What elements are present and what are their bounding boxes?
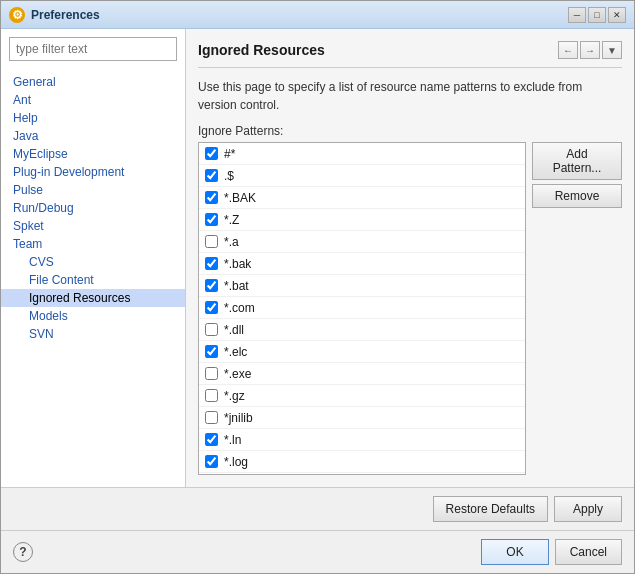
description-text: Use this page to specify a list of resou… [198,78,622,114]
pattern-text: *jnilib [224,411,253,425]
pattern-checkbox[interactable] [205,147,218,160]
cancel-button[interactable]: Cancel [555,539,622,565]
back-button[interactable]: ← [558,41,578,59]
pattern-checkbox[interactable] [205,301,218,314]
pattern-text: *.bak [224,257,251,271]
list-item: *.BAK [199,187,525,209]
section-header: Ignored Resources ← → ▼ [198,41,622,59]
nav-item-spket[interactable]: Spket [1,217,185,235]
nav-item-plug-in-development[interactable]: Plug-in Development [1,163,185,181]
list-item: *.a [199,231,525,253]
pattern-checkbox[interactable] [205,235,218,248]
patterns-list-container: #*.$*.BAK*.Z*.a*.bak*.bat*.com*.dll*.elc… [198,142,526,475]
nav-item-svn[interactable]: SVN [1,325,185,343]
pattern-checkbox[interactable] [205,367,218,380]
list-item: .$ [199,165,525,187]
window-title: Preferences [31,8,568,22]
pattern-checkbox[interactable] [205,411,218,424]
list-item: *.bak [199,253,525,275]
remove-button[interactable]: Remove [532,184,622,208]
pattern-checkbox[interactable] [205,191,218,204]
preferences-window: ⚙ Preferences ─ □ ✕ GeneralAntHelpJavaMy… [0,0,635,574]
pattern-checkbox[interactable] [205,257,218,270]
patterns-label: Ignore Patterns: [198,124,622,138]
pattern-text: *.Z [224,213,239,227]
restore-defaults-button[interactable]: Restore Defaults [433,496,548,522]
list-item: *.exe [199,363,525,385]
pattern-checkbox[interactable] [205,433,218,446]
pattern-text: *.elc [224,345,247,359]
section-toolbar: ← → ▼ [558,41,622,59]
pattern-checkbox[interactable] [205,169,218,182]
footer: ? OK Cancel [1,530,634,573]
list-item: #* [199,143,525,165]
content-area: GeneralAntHelpJavaMyEclipsePlug-in Devel… [1,29,634,487]
list-item: *.ln [199,429,525,451]
list-item: *.Z [199,209,525,231]
section-title: Ignored Resources [198,42,325,58]
pattern-text: *.log [224,455,248,469]
nav-item-help[interactable]: Help [1,109,185,127]
pattern-checkbox[interactable] [205,279,218,292]
list-item: *.elc [199,341,525,363]
nav-item-team[interactable]: Team [1,235,185,253]
patterns-list: #*.$*.BAK*.Z*.a*.bak*.bat*.com*.dll*.elc… [199,143,525,473]
nav-item-ignored-resources[interactable]: Ignored Resources [1,289,185,307]
forward-button[interactable]: → [580,41,600,59]
pattern-checkbox[interactable] [205,455,218,468]
nav-item-java[interactable]: Java [1,127,185,145]
dropdown-button[interactable]: ▼ [602,41,622,59]
list-item: *.bat [199,275,525,297]
pattern-text: *.gz [224,389,245,403]
pattern-text: *.a [224,235,239,249]
pattern-checkbox[interactable] [205,323,218,336]
nav-item-ant[interactable]: Ant [1,91,185,109]
window-controls: ─ □ ✕ [568,7,626,23]
maximize-button[interactable]: □ [588,7,606,23]
nav-item-file-content[interactable]: File Content [1,271,185,289]
right-panel: Ignored Resources ← → ▼ Use this page to… [186,29,634,487]
left-panel: GeneralAntHelpJavaMyEclipsePlug-in Devel… [1,29,186,487]
pattern-text: *.ln [224,433,241,447]
nav-item-cvs[interactable]: CVS [1,253,185,271]
bottom-bar: Restore Defaults Apply [1,487,634,530]
footer-buttons: OK Cancel [481,539,622,565]
bottom-buttons: Restore Defaults Apply [433,496,622,522]
nav-item-pulse[interactable]: Pulse [1,181,185,199]
pattern-checkbox[interactable] [205,389,218,402]
minimize-button[interactable]: ─ [568,7,586,23]
pattern-text: *.com [224,301,255,315]
nav-item-general[interactable]: General [1,73,185,91]
pattern-text: *.BAK [224,191,256,205]
nav-item-myeclipse[interactable]: MyEclipse [1,145,185,163]
nav-item-models[interactable]: Models [1,307,185,325]
pattern-checkbox[interactable] [205,213,218,226]
pattern-text: *.dll [224,323,244,337]
tree-nav: GeneralAntHelpJavaMyEclipsePlug-in Devel… [1,69,185,487]
close-button[interactable]: ✕ [608,7,626,23]
patterns-area: #*.$*.BAK*.Z*.a*.bak*.bat*.com*.dll*.elc… [198,142,622,475]
list-item: *.dll [199,319,525,341]
apply-button[interactable]: Apply [554,496,622,522]
filter-input[interactable] [9,37,177,61]
list-item: *jnilib [199,407,525,429]
add-pattern-button[interactable]: Add Pattern... [532,142,622,180]
window-icon: ⚙ [9,7,25,23]
ok-button[interactable]: OK [481,539,548,565]
nav-item-run/debug[interactable]: Run/Debug [1,199,185,217]
pattern-checkbox[interactable] [205,345,218,358]
pattern-text: #* [224,147,235,161]
list-item: *.gz [199,385,525,407]
help-button[interactable]: ? [13,542,33,562]
list-item: *.com [199,297,525,319]
side-buttons: Add Pattern... Remove [532,142,622,475]
title-bar: ⚙ Preferences ─ □ ✕ [1,1,634,29]
pattern-text: *.bat [224,279,249,293]
pattern-text: .$ [224,169,234,183]
pattern-text: *.exe [224,367,251,381]
list-item: *.log [199,451,525,473]
